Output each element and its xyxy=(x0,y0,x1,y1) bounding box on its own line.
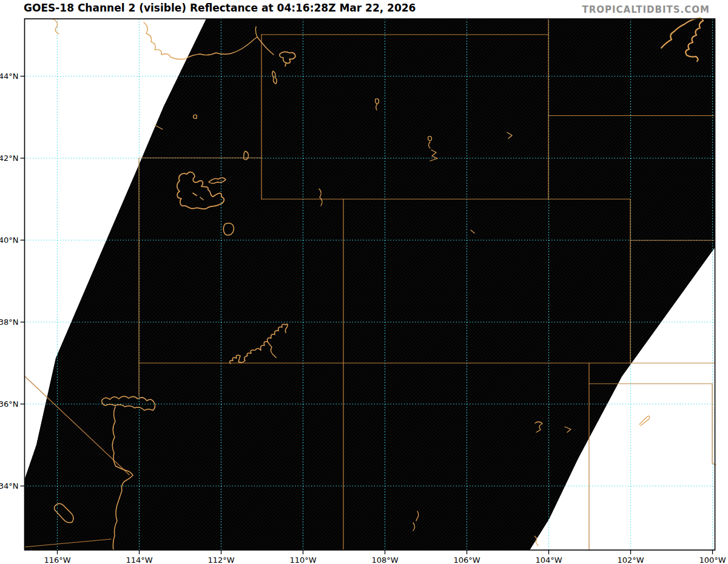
lat-tick-label: 34°N xyxy=(0,481,19,491)
lat-tick-label: 38°N xyxy=(0,318,19,327)
satellite-map: 44°N42°N40°N38°N36°N34°N116°W114°W112°W1… xyxy=(0,0,728,564)
lon-tick-label: 110°W xyxy=(289,556,316,564)
oregon-border-river-fragment xyxy=(53,19,59,34)
lat-tick-label: 40°N xyxy=(0,236,19,245)
goes-satellite-viewer: GOES-18 Channel 2 (visible) Reflectance … xyxy=(0,0,728,564)
lon-tick-label: 100°W xyxy=(699,556,726,564)
canadian-river-tx xyxy=(639,416,650,426)
lon-tick-label: 114°W xyxy=(126,556,152,564)
lon-tick-label: 102°W xyxy=(617,556,644,564)
lat-tick-label: 44°N xyxy=(0,72,19,81)
lon-tick-label: 104°W xyxy=(535,556,562,564)
scan-sector-texture xyxy=(25,19,715,550)
lon-tick-label: 106°W xyxy=(453,556,480,564)
lon-tick-label: 116°W xyxy=(44,556,70,564)
lat-tick-label: 36°N xyxy=(0,399,19,409)
satellite-scan-sector xyxy=(25,19,715,550)
lon-tick-label: 108°W xyxy=(371,556,398,564)
lat-tick-label: 42°N xyxy=(0,154,19,163)
lon-tick-label: 112°W xyxy=(207,556,234,564)
